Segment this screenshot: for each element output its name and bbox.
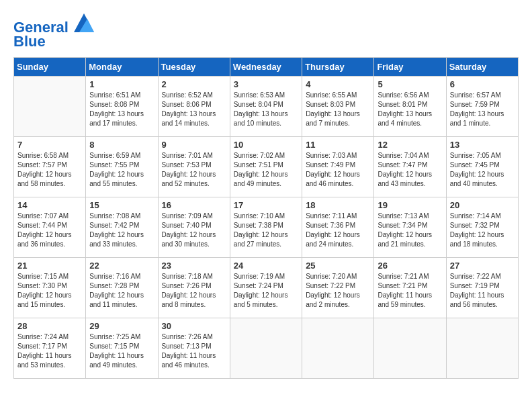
day-number: 9 bbox=[162, 140, 226, 150]
calendar-cell: 15Sunrise: 7:08 AM Sunset: 7:42 PM Dayli… bbox=[86, 197, 158, 258]
day-number: 1 bbox=[89, 79, 154, 89]
calendar-cell: 1Sunrise: 6:51 AM Sunset: 8:08 PM Daylig… bbox=[86, 77, 158, 137]
calendar-cell bbox=[230, 318, 302, 379]
day-number: 8 bbox=[89, 140, 154, 150]
day-info: Sunrise: 7:01 AM Sunset: 7:53 PM Dayligh… bbox=[162, 151, 226, 189]
day-info: Sunrise: 6:58 AM Sunset: 7:57 PM Dayligh… bbox=[17, 151, 82, 189]
calendar-cell: 22Sunrise: 7:16 AM Sunset: 7:28 PM Dayli… bbox=[86, 258, 158, 318]
calendar-cell: 2Sunrise: 6:52 AM Sunset: 8:06 PM Daylig… bbox=[158, 77, 230, 137]
calendar-cell: 4Sunrise: 6:55 AM Sunset: 8:03 PM Daylig… bbox=[302, 77, 374, 137]
calendar-cell: 10Sunrise: 7:02 AM Sunset: 7:51 PM Dayli… bbox=[230, 137, 302, 197]
calendar-cell bbox=[374, 318, 446, 379]
day-info: Sunrise: 7:05 AM Sunset: 7:45 PM Dayligh… bbox=[450, 151, 515, 189]
day-info: Sunrise: 6:59 AM Sunset: 7:55 PM Dayligh… bbox=[89, 151, 154, 189]
day-number: 14 bbox=[17, 200, 82, 210]
day-number: 18 bbox=[306, 200, 370, 210]
weekday-header-thursday: Thursday bbox=[302, 58, 374, 77]
weekday-header-tuesday: Tuesday bbox=[158, 58, 230, 77]
day-number: 23 bbox=[162, 261, 226, 271]
calendar-cell: 17Sunrise: 7:10 AM Sunset: 7:38 PM Dayli… bbox=[230, 197, 302, 258]
calendar-cell: 14Sunrise: 7:07 AM Sunset: 7:44 PM Dayli… bbox=[14, 197, 86, 258]
calendar-cell: 12Sunrise: 7:04 AM Sunset: 7:47 PM Dayli… bbox=[374, 137, 446, 197]
day-number: 24 bbox=[234, 261, 298, 271]
day-number: 12 bbox=[378, 140, 442, 150]
day-number: 5 bbox=[378, 79, 442, 89]
day-info: Sunrise: 7:25 AM Sunset: 7:15 PM Dayligh… bbox=[89, 332, 154, 370]
calendar-cell bbox=[302, 318, 374, 379]
day-number: 21 bbox=[17, 261, 82, 271]
day-info: Sunrise: 6:57 AM Sunset: 7:59 PM Dayligh… bbox=[450, 91, 515, 128]
day-info: Sunrise: 6:55 AM Sunset: 8:03 PM Dayligh… bbox=[306, 91, 370, 128]
day-number: 27 bbox=[450, 261, 515, 271]
calendar-cell: 9Sunrise: 7:01 AM Sunset: 7:53 PM Daylig… bbox=[158, 137, 230, 197]
day-number: 19 bbox=[378, 200, 442, 210]
day-info: Sunrise: 7:24 AM Sunset: 7:17 PM Dayligh… bbox=[17, 332, 82, 370]
day-number: 6 bbox=[450, 79, 515, 89]
calendar-table: SundayMondayTuesdayWednesdayThursdayFrid… bbox=[13, 57, 519, 379]
day-info: Sunrise: 7:13 AM Sunset: 7:34 PM Dayligh… bbox=[378, 212, 442, 249]
page-header: General Blue bbox=[13, 13, 519, 50]
weekday-header-friday: Friday bbox=[374, 58, 446, 77]
day-info: Sunrise: 7:22 AM Sunset: 7:19 PM Dayligh… bbox=[450, 272, 515, 310]
week-row-3: 14Sunrise: 7:07 AM Sunset: 7:44 PM Dayli… bbox=[14, 197, 519, 258]
day-info: Sunrise: 7:14 AM Sunset: 7:32 PM Dayligh… bbox=[450, 212, 515, 249]
day-number: 10 bbox=[234, 140, 298, 150]
day-number: 13 bbox=[450, 140, 515, 150]
day-info: Sunrise: 7:16 AM Sunset: 7:28 PM Dayligh… bbox=[89, 272, 154, 310]
calendar-cell: 25Sunrise: 7:20 AM Sunset: 7:22 PM Dayli… bbox=[302, 258, 374, 318]
day-info: Sunrise: 7:08 AM Sunset: 7:42 PM Dayligh… bbox=[89, 212, 154, 249]
day-number: 4 bbox=[306, 79, 370, 89]
week-row-1: 1Sunrise: 6:51 AM Sunset: 8:08 PM Daylig… bbox=[14, 77, 519, 137]
calendar-cell: 24Sunrise: 7:19 AM Sunset: 7:24 PM Dayli… bbox=[230, 258, 302, 318]
calendar-cell: 6Sunrise: 6:57 AM Sunset: 7:59 PM Daylig… bbox=[446, 77, 518, 137]
day-info: Sunrise: 7:02 AM Sunset: 7:51 PM Dayligh… bbox=[234, 151, 298, 189]
week-row-5: 28Sunrise: 7:24 AM Sunset: 7:17 PM Dayli… bbox=[14, 318, 519, 379]
day-number: 7 bbox=[17, 140, 82, 150]
day-number: 30 bbox=[162, 321, 226, 331]
calendar-cell: 7Sunrise: 6:58 AM Sunset: 7:57 PM Daylig… bbox=[14, 137, 86, 197]
week-row-4: 21Sunrise: 7:15 AM Sunset: 7:30 PM Dayli… bbox=[14, 258, 519, 318]
week-row-2: 7Sunrise: 6:58 AM Sunset: 7:57 PM Daylig… bbox=[14, 137, 519, 197]
calendar-header-row: SundayMondayTuesdayWednesdayThursdayFrid… bbox=[14, 58, 519, 77]
calendar-cell: 5Sunrise: 6:56 AM Sunset: 8:01 PM Daylig… bbox=[374, 77, 446, 137]
day-info: Sunrise: 6:51 AM Sunset: 8:08 PM Dayligh… bbox=[89, 91, 154, 128]
calendar-cell: 18Sunrise: 7:11 AM Sunset: 7:36 PM Dayli… bbox=[302, 197, 374, 258]
day-info: Sunrise: 6:53 AM Sunset: 8:04 PM Dayligh… bbox=[234, 91, 298, 128]
day-number: 3 bbox=[234, 79, 298, 89]
day-info: Sunrise: 7:20 AM Sunset: 7:22 PM Dayligh… bbox=[306, 272, 370, 310]
weekday-header-sunday: Sunday bbox=[14, 58, 86, 77]
day-info: Sunrise: 7:18 AM Sunset: 7:26 PM Dayligh… bbox=[162, 272, 226, 310]
logo-icon bbox=[74, 13, 94, 32]
day-info: Sunrise: 7:21 AM Sunset: 7:21 PM Dayligh… bbox=[378, 272, 442, 310]
day-number: 28 bbox=[17, 321, 82, 331]
day-number: 25 bbox=[306, 261, 370, 271]
weekday-header-monday: Monday bbox=[86, 58, 158, 77]
day-info: Sunrise: 7:26 AM Sunset: 7:13 PM Dayligh… bbox=[162, 332, 226, 370]
calendar-cell bbox=[14, 77, 86, 137]
calendar-cell: 21Sunrise: 7:15 AM Sunset: 7:30 PM Dayli… bbox=[14, 258, 86, 318]
day-info: Sunrise: 7:04 AM Sunset: 7:47 PM Dayligh… bbox=[378, 151, 442, 189]
day-info: Sunrise: 7:10 AM Sunset: 7:38 PM Dayligh… bbox=[234, 212, 298, 249]
day-number: 22 bbox=[89, 261, 154, 271]
calendar-cell: 20Sunrise: 7:14 AM Sunset: 7:32 PM Dayli… bbox=[446, 197, 518, 258]
calendar-cell: 30Sunrise: 7:26 AM Sunset: 7:13 PM Dayli… bbox=[158, 318, 230, 379]
calendar-cell: 26Sunrise: 7:21 AM Sunset: 7:21 PM Dayli… bbox=[374, 258, 446, 318]
day-info: Sunrise: 7:19 AM Sunset: 7:24 PM Dayligh… bbox=[234, 272, 298, 310]
calendar-cell: 16Sunrise: 7:09 AM Sunset: 7:40 PM Dayli… bbox=[158, 197, 230, 258]
day-number: 11 bbox=[306, 140, 370, 150]
calendar-cell: 23Sunrise: 7:18 AM Sunset: 7:26 PM Dayli… bbox=[158, 258, 230, 318]
day-number: 29 bbox=[89, 321, 154, 331]
day-number: 16 bbox=[162, 200, 226, 210]
calendar-cell: 28Sunrise: 7:24 AM Sunset: 7:17 PM Dayli… bbox=[14, 318, 86, 379]
day-info: Sunrise: 7:11 AM Sunset: 7:36 PM Dayligh… bbox=[306, 212, 370, 249]
day-number: 15 bbox=[89, 200, 154, 210]
day-info: Sunrise: 6:52 AM Sunset: 8:06 PM Dayligh… bbox=[162, 91, 226, 128]
calendar-cell: 8Sunrise: 6:59 AM Sunset: 7:55 PM Daylig… bbox=[86, 137, 158, 197]
calendar-cell: 29Sunrise: 7:25 AM Sunset: 7:15 PM Dayli… bbox=[86, 318, 158, 379]
day-info: Sunrise: 7:03 AM Sunset: 7:49 PM Dayligh… bbox=[306, 151, 370, 189]
logo: General Blue bbox=[13, 13, 94, 50]
day-info: Sunrise: 7:09 AM Sunset: 7:40 PM Dayligh… bbox=[162, 212, 226, 249]
day-number: 20 bbox=[450, 200, 515, 210]
day-number: 17 bbox=[234, 200, 298, 210]
calendar-cell: 11Sunrise: 7:03 AM Sunset: 7:49 PM Dayli… bbox=[302, 137, 374, 197]
